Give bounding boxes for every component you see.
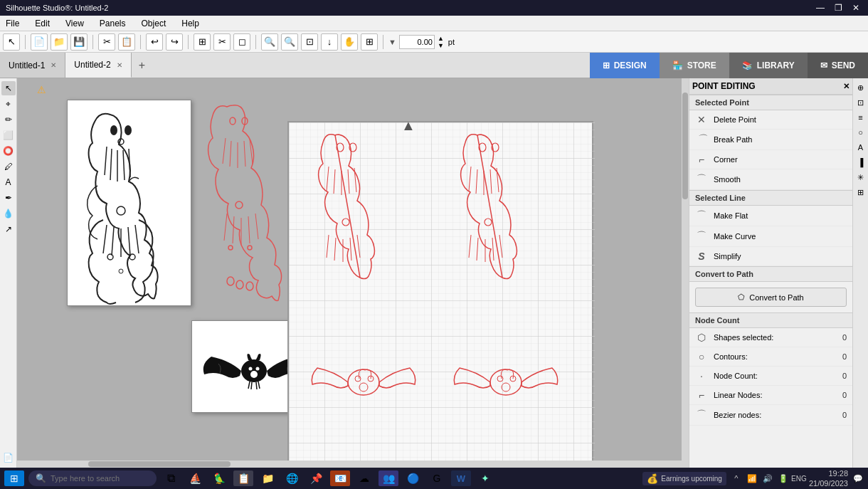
tool-node[interactable]: ⌖ (1, 97, 16, 111)
taskbar-app-onedrive[interactable]: ☁ (354, 470, 374, 486)
tool-page[interactable]: 📄 (1, 451, 16, 465)
taskbar-app-word[interactable]: W (451, 470, 471, 486)
scroll-h[interactable] (17, 461, 689, 468)
toolbar-cut[interactable]: ✂ (98, 33, 115, 51)
taskbar-app-chrome[interactable]: G (427, 470, 447, 486)
taskbar-app-ship[interactable]: ⛵ (185, 470, 205, 486)
mode-send[interactable]: ✉ SEND (808, 53, 868, 78)
tool-text[interactable]: A (1, 175, 16, 189)
mode-library[interactable]: 📚 LIBRARY (729, 53, 808, 78)
taskbar-app-view[interactable]: ⧉ (161, 470, 181, 486)
taskbar-search-box[interactable]: 🔍 (28, 470, 157, 486)
toolbar-knife[interactable]: ✂ (213, 33, 231, 51)
tab-untitled-2[interactable]: Untitled-2 ✕ (65, 53, 131, 78)
panel-simplify[interactable]: S Simplify (689, 247, 852, 266)
far-right-icon-6[interactable]: ▐ (854, 156, 867, 169)
panel-close-button[interactable]: ✕ (843, 82, 850, 91)
taskbar-app-clip[interactable]: 📋 (233, 470, 253, 486)
scroll-v-thumb[interactable] (682, 93, 688, 199)
scroll-h-thumb[interactable] (88, 461, 231, 467)
far-right-icon-3[interactable]: ≡ (854, 111, 867, 124)
far-right-icon-7[interactable]: ✳ (854, 171, 867, 184)
tool-eraser2[interactable]: ↗ (1, 222, 16, 236)
taskbar-app-360[interactable]: 🔵 (403, 470, 423, 486)
close-button[interactable]: ✕ (850, 3, 862, 13)
size-steppers[interactable]: ▲▼ (438, 35, 444, 49)
toolbar-group[interactable]: ⊞ (194, 33, 211, 51)
panel-smooth[interactable]: ⌒ Smooth (689, 169, 852, 190)
far-right-icon-4[interactable]: ○ (854, 126, 867, 139)
menu-help[interactable]: Help (179, 17, 202, 30)
canvas-scroll-up[interactable]: ▲ (401, 117, 416, 134)
tray-notification[interactable]: 💬 (852, 473, 864, 484)
toolbar-move-down[interactable]: ↓ (321, 33, 338, 51)
menu-view[interactable]: View (63, 17, 87, 30)
far-right-icon-1[interactable]: ⊕ (854, 81, 867, 94)
taskbar-app-pin[interactable]: 📌 (306, 470, 326, 486)
canvas-area[interactable]: ⚠ (17, 78, 689, 468)
tray-battery[interactable]: 🔋 (778, 473, 789, 484)
grid-canvas[interactable] (287, 121, 593, 468)
tray-chevron[interactable]: ^ (731, 473, 742, 484)
taskbar-time[interactable]: 19:28 21/09/2023 (809, 468, 848, 489)
tab-untitled-1[interactable]: Untitled-1 ✕ (0, 53, 65, 78)
toolbar-fullscreen[interactable]: ⊞ (361, 33, 378, 51)
panel-delete-point[interactable]: ✕ Delete Point (689, 110, 852, 130)
far-right-icon-2[interactable]: ⊡ (854, 96, 867, 109)
toolbar-eraser[interactable]: ◻ (233, 33, 250, 51)
panel-break-path[interactable]: ⌒ Break Path (689, 130, 852, 150)
menu-edit[interactable]: Edit (32, 17, 53, 30)
minimize-button[interactable]: — (813, 3, 827, 13)
menu-object[interactable]: Object (139, 17, 169, 30)
toolbar-zoom-out[interactable]: 🔍 (261, 33, 278, 51)
panel-make-flat[interactable]: ⌒ Make Flat (689, 206, 852, 226)
tab-add-button[interactable]: + (132, 53, 152, 78)
taskbar-app-silhouette[interactable]: ✦ (475, 470, 495, 486)
taskbar-search-input[interactable] (51, 474, 149, 483)
size-input[interactable] (399, 35, 435, 49)
taskbar-app-mail[interactable]: 📧 (330, 470, 350, 486)
svg-point-38 (250, 371, 258, 378)
toolbar-zoom-fit[interactable]: ⊡ (301, 33, 318, 51)
tool-shape[interactable]: ⬜ (1, 128, 16, 142)
tool-eyedrop[interactable]: 💧 (1, 206, 16, 221)
tray-eng[interactable]: ENG (793, 473, 805, 484)
taskbar-app-folder[interactable]: 📁 (258, 470, 277, 486)
taskbar-app-teams[interactable]: 👥 (379, 470, 398, 486)
toolbar-save[interactable]: 💾 (70, 33, 88, 51)
convert-to-path-button[interactable]: ⬠ Convert to Path (695, 288, 847, 307)
far-right-icon-5[interactable]: A (854, 141, 867, 154)
tool-paint[interactable]: ✒ (1, 191, 16, 205)
taskbar-app-parrot[interactable]: 🦜 (209, 470, 229, 486)
scroll-v[interactable] (682, 78, 689, 468)
tab-close-2[interactable]: ✕ (117, 61, 122, 69)
send-icon: ✉ (820, 61, 827, 70)
tray-network[interactable]: 📶 (746, 473, 758, 484)
taskbar-app-edge[interactable]: 🌐 (282, 470, 302, 486)
panel-make-curve[interactable]: ⌒ Make Curve (689, 226, 852, 247)
start-button[interactable]: ⊞ (4, 470, 24, 486)
toolbar-zoom-in[interactable]: 🔍 (281, 33, 298, 51)
tab-close-1[interactable]: ✕ (51, 61, 56, 69)
svg-point-37 (256, 367, 260, 371)
mode-design[interactable]: ⊞ DESIGN (590, 53, 660, 78)
toolbar-pan[interactable]: ✋ (341, 33, 358, 51)
toolbar-undo[interactable]: ↩ (146, 33, 163, 51)
toolbar-copy[interactable]: 📋 (118, 33, 135, 51)
menu-file[interactable]: File (3, 17, 22, 30)
toolbar-select[interactable]: ↖ (3, 33, 20, 51)
panel-corner[interactable]: ⌐ Corner (689, 150, 852, 169)
mode-store[interactable]: 🏪 STORE (660, 53, 729, 78)
tool-draw[interactable]: ✏ (1, 112, 16, 127)
earnings-tray[interactable]: 💰 Earnings upcoming (642, 472, 726, 485)
menu-panels[interactable]: Panels (97, 17, 129, 30)
toolbar-open[interactable]: 📁 (51, 33, 68, 51)
far-right-icon-8[interactable]: ⊞ (854, 186, 867, 199)
tool-select[interactable]: ↖ (1, 81, 16, 95)
toolbar-redo[interactable]: ↪ (166, 33, 183, 51)
tray-volume[interactable]: 🔊 (762, 473, 773, 484)
tool-pen[interactable]: 🖊 (1, 159, 16, 174)
maximize-button[interactable]: ❐ (832, 3, 845, 13)
toolbar-new[interactable]: 📄 (31, 33, 48, 51)
tool-ellipse[interactable]: ⭕ (1, 144, 16, 158)
